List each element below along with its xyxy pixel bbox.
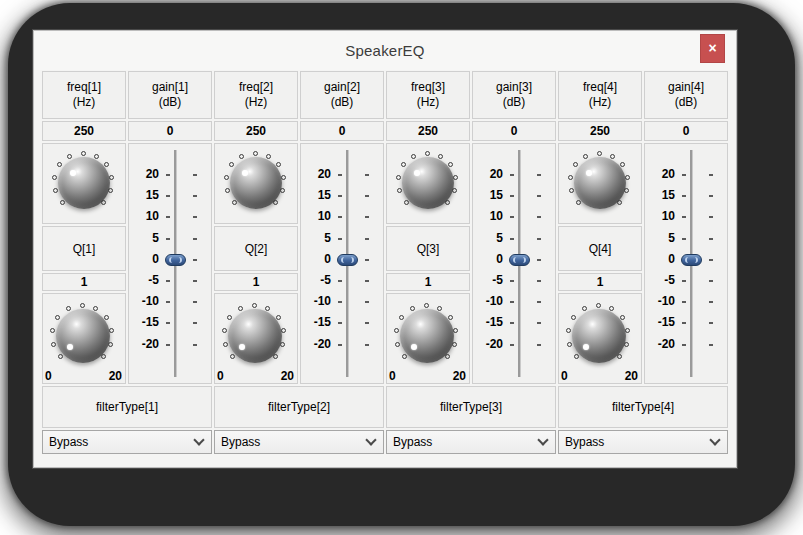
- gain-tick-label: -15: [475, 315, 503, 329]
- param-unit: (Hz): [43, 95, 125, 110]
- knob-tick-mark: [101, 200, 106, 205]
- gain-tick-label: 20: [475, 167, 503, 181]
- gain-slider-handle[interactable]: [509, 254, 530, 266]
- knob-tick-mark: [109, 175, 114, 180]
- filter-type-value: Bypass: [393, 435, 432, 449]
- gain-tick-mark: [338, 301, 342, 303]
- value-row: 250 0 250 0 250 0 250 0: [41, 120, 729, 142]
- close-button[interactable]: ×: [700, 34, 725, 63]
- gain-tick-label: -10: [131, 294, 159, 308]
- param-value-cell: 0: [128, 121, 212, 141]
- freq-knob[interactable]: [43, 144, 125, 223]
- gain-tick-mark: [682, 238, 686, 240]
- titlebar[interactable]: SpeakerEQ ×: [34, 31, 736, 70]
- gain-tick-label: 20: [131, 167, 159, 181]
- param-header-cell: gain[1] (dB): [128, 71, 212, 119]
- knob-tick-mark: [232, 200, 237, 205]
- filter-type-dropdown[interactable]: Bypass: [558, 430, 728, 454]
- filter-type-dropdown[interactable]: Bypass: [42, 430, 212, 454]
- freq-q-stack: Q[4] 1 0 20: [557, 142, 643, 385]
- gain-slider-handle[interactable]: [337, 254, 358, 266]
- knob-tick-mark: [81, 151, 86, 156]
- knob-tick-mark: [625, 175, 630, 180]
- freq-q-stack: Q[1] 1 0 20: [41, 142, 127, 385]
- knob-indicator-dot: [242, 170, 248, 176]
- param-value: 250: [246, 124, 266, 138]
- filtertype-label-cell: filterType[1]: [42, 386, 212, 428]
- gain-tick-mark: [510, 322, 514, 324]
- gain-tick-label: -5: [303, 273, 331, 287]
- knob-tick-mark: [437, 306, 442, 311]
- gain-tick-mark: [709, 301, 713, 303]
- freq-knob-cell: [558, 143, 642, 224]
- freq-knob[interactable]: [387, 144, 469, 223]
- gain-tick-mark: [338, 216, 342, 218]
- knob-tick-mark: [582, 306, 587, 311]
- filter-type-value: Bypass: [49, 435, 88, 449]
- param-name: gain[4]: [645, 80, 727, 95]
- q-value: 1: [597, 275, 604, 289]
- gain-tick-mark: [510, 280, 514, 282]
- gain-tick-mark: [166, 344, 170, 346]
- gain-tick-mark: [682, 195, 686, 197]
- filtertype-label-cell: filterType[3]: [386, 386, 556, 428]
- gain-slider-handle[interactable]: [165, 254, 186, 266]
- chevron-down-icon: [537, 434, 548, 445]
- knob-tick-mark: [93, 306, 98, 311]
- gain-tick-label: 15: [303, 188, 331, 202]
- knob-tick-mark: [624, 342, 629, 347]
- q-label: Q[2]: [245, 242, 268, 256]
- filter-type-dropdown[interactable]: Bypass: [214, 430, 384, 454]
- knob-tick-mark: [610, 154, 615, 159]
- knob-tick-mark: [448, 162, 453, 167]
- knob-tick-mark: [597, 151, 602, 156]
- knob-tick-mark: [617, 200, 622, 205]
- gain-tick-mark: [510, 195, 514, 197]
- gain-tick-mark: [365, 216, 369, 218]
- gain-tick-mark: [338, 174, 342, 176]
- param-name: gain[2]: [301, 80, 383, 95]
- knob-tick-mark: [57, 162, 62, 167]
- knob-tick-mark: [108, 188, 113, 193]
- param-header-cell: freq[2] (Hz): [214, 71, 298, 119]
- knob-tick-mark: [266, 154, 271, 159]
- knob-tick-mark: [573, 162, 578, 167]
- freq-knob[interactable]: [215, 144, 297, 223]
- q-value-cell: 1: [42, 273, 126, 291]
- gain-tick-mark: [166, 195, 170, 197]
- param-value: 250: [418, 124, 438, 138]
- freq-q-stack: Q[3] 1 0 20: [385, 142, 471, 385]
- param-name: gain[3]: [473, 80, 555, 95]
- gain-tick-label: -5: [131, 273, 159, 287]
- param-name: freq[4]: [559, 80, 641, 95]
- knob-tick-mark: [108, 342, 113, 347]
- q-label-cell: Q[2]: [214, 226, 298, 271]
- gain-tick-label: 10: [131, 209, 159, 223]
- window-title: SpeakerEQ: [345, 42, 424, 59]
- gain-tick-label: 10: [475, 209, 503, 223]
- filtertype-label: filterType[2]: [268, 400, 330, 414]
- gain-tick-mark: [338, 322, 342, 324]
- knob-tick-mark: [67, 154, 72, 159]
- knob-tick-mark: [596, 303, 601, 308]
- q-value: 1: [425, 275, 432, 289]
- eq-panel: freq[1] (Hz) gain[1] (dB) freq[2] (Hz) g…: [41, 70, 729, 455]
- knob-tick-mark: [60, 200, 65, 205]
- gain-tick-mark: [365, 174, 369, 176]
- knob-indicator-dot: [70, 170, 76, 176]
- knob-tick-mark: [411, 154, 416, 159]
- q-scale-max: 20: [281, 369, 294, 383]
- filter-type-dropdown[interactable]: Bypass: [386, 430, 556, 454]
- q-scale-min: 0: [561, 369, 568, 383]
- gain-tick-label: 15: [131, 188, 159, 202]
- gain-tick-mark: [365, 195, 369, 197]
- gain-slider-handle[interactable]: [681, 254, 702, 266]
- q-label: Q[3]: [417, 242, 440, 256]
- gain-tick-mark: [193, 195, 197, 197]
- freq-knob[interactable]: [559, 144, 641, 223]
- chevron-down-icon: [709, 434, 720, 445]
- knob-tick-mark: [394, 328, 399, 333]
- param-value-cell: 0: [644, 121, 728, 141]
- knob-tick-mark: [80, 303, 85, 308]
- gain-tick-mark: [193, 259, 197, 261]
